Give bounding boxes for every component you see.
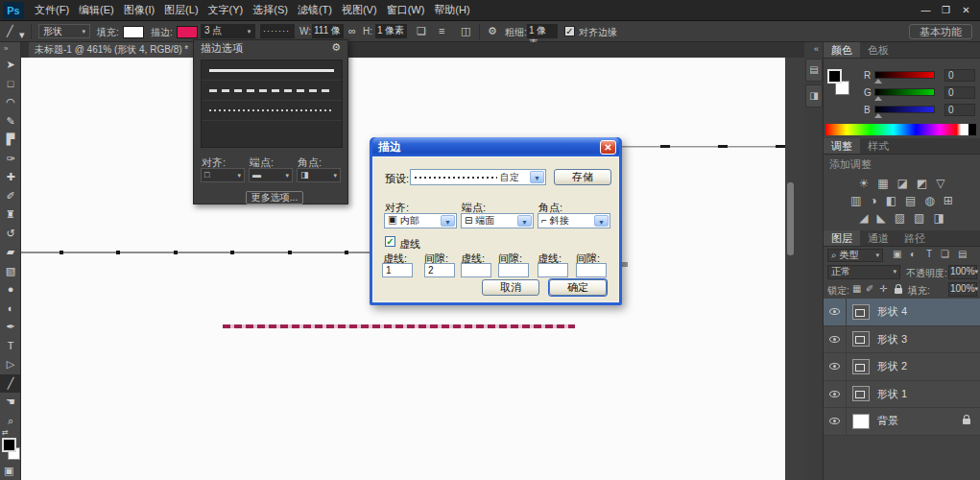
color-spectrum-bar[interactable] [825, 124, 976, 135]
screen-mode-icon[interactable]: ▣ [4, 465, 13, 477]
panel-gear-icon[interactable]: ⚙ [331, 41, 341, 56]
path-arrangement-icon[interactable]: ◫ [461, 25, 470, 37]
blend-mode-select[interactable]: 正常▾ [827, 265, 900, 279]
tool-button[interactable]: ✚ [0, 168, 21, 187]
layer-visibility-toggle[interactable] [824, 408, 847, 435]
menu-item[interactable]: 视图(V) [337, 0, 382, 20]
adjustment-icon[interactable]: ⊞ [944, 194, 953, 207]
tool-button[interactable]: □ [0, 75, 21, 94]
tool-button[interactable]: ╱ [0, 374, 21, 394]
adjustment-icon[interactable]: ◩ [917, 177, 927, 190]
adjustment-icon[interactable]: ◨ [933, 211, 944, 225]
layer-visibility-toggle[interactable] [824, 326, 847, 353]
dialog-close-button[interactable]: ✕ [600, 140, 616, 155]
layer-row[interactable]: 形状 2 [824, 353, 980, 381]
menu-item[interactable]: 图层(L) [159, 0, 203, 20]
stroke-style-solid[interactable] [202, 60, 342, 81]
workspace-button[interactable]: 基本功能 [909, 24, 972, 39]
swap-colors-icon[interactable]: ⇄ [2, 428, 9, 437]
adjustment-icon[interactable]: ▤ [905, 194, 916, 207]
filter-adjustment-icon[interactable]: ◐ [910, 249, 916, 259]
stroke-style-dashed[interactable] [202, 81, 342, 101]
adjustment-icon[interactable]: ◪ [897, 177, 908, 190]
stroke-type-select[interactable]: ·······▾ [260, 24, 295, 38]
layer-filter-select[interactable]: ⌕ 类型▾ [827, 249, 883, 262]
cancel-button[interactable]: 取消 [482, 279, 539, 296]
layer-thumbnail[interactable] [852, 414, 870, 429]
tool-button[interactable]: ✑ [0, 150, 21, 169]
tool-button[interactable]: ☚ [0, 393, 21, 412]
layer-row[interactable]: 背景 [824, 408, 980, 436]
dash-field-input[interactable] [538, 263, 568, 277]
preset-arrow-icon[interactable]: ▼ [530, 171, 544, 183]
filter-kind-icon[interactable]: ▣ [893, 249, 901, 259]
tool-button[interactable]: ✐ [0, 187, 21, 206]
dlg-cap-select[interactable]: ⊟ 端面▼ [461, 213, 534, 228]
adjustment-icon[interactable]: ◧ [886, 194, 896, 207]
lock-position-icon[interactable]: ✛ [879, 283, 887, 294]
link-dimensions-icon[interactable]: ∞ [348, 25, 356, 36]
layer-thumbnail[interactable] [852, 304, 870, 320]
opacity-input[interactable]: 100%▾ [948, 265, 977, 279]
path-operations-icon[interactable]: ❏ [417, 25, 426, 37]
dock-panel-button-2[interactable]: ◨ [805, 84, 823, 108]
adjustment-icon[interactable]: ◢ [859, 211, 868, 225]
tab-adjustments[interactable]: 调整 [824, 138, 860, 154]
tool-button[interactable]: ♜ [0, 205, 21, 225]
tool-button[interactable]: ↺ [0, 225, 21, 244]
weight-input[interactable]: 1 像素 [527, 24, 558, 38]
tab-channels[interactable]: 通道 [860, 230, 896, 246]
vertical-scrollbar[interactable] [787, 182, 794, 255]
tool-button[interactable]: ▰ [0, 243, 21, 262]
adjustment-icon[interactable]: ☀ [858, 177, 869, 190]
adjustment-icon[interactable]: ▽ [936, 177, 944, 190]
path-alignment-icon[interactable]: ≡ [439, 25, 444, 36]
tool-button[interactable]: ▷ [0, 355, 21, 374]
dash-field-input[interactable] [498, 263, 529, 277]
tab-color[interactable]: 颜色 [824, 42, 860, 58]
document-tab[interactable]: 未标题-1 @ 461% (形状 4, RGB/8) * × [29, 42, 205, 58]
blue-value[interactable]: 0 [944, 104, 975, 116]
menu-item[interactable]: 图像(I) [119, 0, 159, 20]
tool-button[interactable]: ◠ [0, 93, 21, 112]
toolbar-collapse-icon[interactable]: » [0, 42, 20, 56]
adjustment-icon[interactable]: ▨ [895, 211, 905, 225]
tool-button[interactable]: ✒ [0, 318, 21, 337]
h-input[interactable]: 1 像素 [375, 24, 407, 38]
layer-row[interactable]: 形状 4 [824, 299, 980, 326]
tool-button[interactable]: ✎ [0, 112, 21, 132]
green-value[interactable]: 0 [944, 86, 975, 99]
menu-item[interactable]: 文件(F) [30, 0, 74, 20]
corner-select[interactable]: ◨▾ [297, 168, 341, 182]
blue-slider-marker[interactable] [874, 113, 882, 118]
more-options-button[interactable]: 更多选项... [246, 191, 303, 204]
gear-icon[interactable]: ⚙ [488, 25, 497, 37]
dlg-align-select[interactable]: ▣ 内部▼ [384, 213, 457, 228]
foreground-color-swatch[interactable] [2, 438, 16, 452]
layer-thumbnail[interactable] [852, 386, 870, 401]
tool-preset-caret-icon[interactable]: ▾ [19, 29, 25, 41]
restore-button[interactable]: ❐ [936, 1, 956, 20]
stroke-width-caret[interactable]: ▾ [243, 24, 255, 38]
dock-panel-button-1[interactable]: ▤ [805, 59, 823, 82]
dash-field-input[interactable] [576, 263, 607, 277]
dock-expand-icon[interactable]: « [804, 42, 823, 56]
dash-field-input[interactable]: 1 [382, 263, 413, 277]
preset-select[interactable]: 自定 ▼ [410, 169, 546, 185]
line-tool-icon[interactable]: ╱ [7, 25, 13, 37]
fill-input[interactable]: 100%▾ [948, 282, 977, 297]
filter-smart-icon[interactable]: ▤ [958, 249, 967, 259]
fill-swatch[interactable] [123, 26, 144, 38]
w-input[interactable]: 111 像 [312, 24, 344, 38]
dlg-corner-select[interactable]: ⌐ 斜接▼ [538, 213, 610, 228]
align-select[interactable]: □▾ [201, 168, 245, 182]
adjustment-icon[interactable]: ◑ [870, 194, 876, 207]
green-slider-marker[interactable] [874, 96, 882, 101]
dashed-line-checkbox[interactable]: ✓ [385, 236, 395, 247]
menu-item[interactable]: 编辑(E) [74, 0, 119, 20]
tool-button[interactable]: ● [0, 280, 21, 300]
menu-item[interactable]: 选择(S) [248, 0, 293, 20]
layer-row[interactable]: 形状 1 [824, 381, 980, 409]
lock-transparent-icon[interactable]: ▦ [852, 283, 861, 294]
layer-thumbnail[interactable] [852, 331, 870, 347]
